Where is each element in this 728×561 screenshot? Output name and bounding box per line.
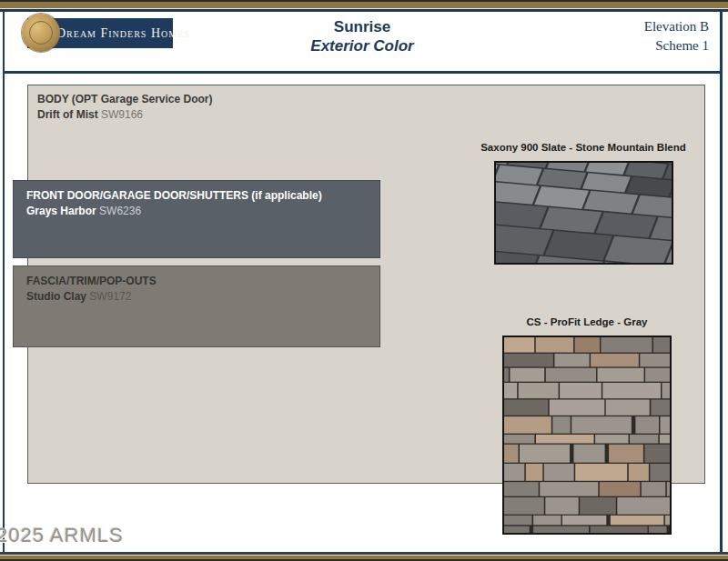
left-border — [3, 11, 5, 552]
armls-watermark: 2025 ARMLS — [0, 524, 124, 547]
wax-seal-icon — [22, 14, 60, 52]
swatch-color-line: Grays Harbor SW6236 — [26, 204, 367, 219]
swatch-color-line: Studio Clay SW9172 — [26, 289, 367, 305]
swatch-title: FASCIA/TRIM/POP-OUTS — [26, 274, 367, 289]
swatch-color-line: Drift of Mist SW9166 — [37, 107, 695, 123]
stone-ledger-texture — [504, 337, 670, 533]
exterior-color-sheet: Dream Finders Homes Sunrise Exterior Col… — [0, 0, 728, 561]
page-subtitle: Exterior Color — [232, 36, 492, 55]
front-door-color-swatch: FRONT DOOR/GARAGE DOOR/SHUTTERS (if appl… — [13, 180, 380, 258]
swatch-color-code: SW9172 — [89, 290, 131, 303]
title-block: Sunrise Exterior Color — [232, 17, 492, 55]
fascia-trim-color-swatch: FASCIA/TRIM/POP-OUTS Studio Clay SW9172 — [13, 265, 380, 347]
roof-shingle-photo — [494, 161, 673, 265]
swatch-title: FRONT DOOR/GARAGE DOOR/SHUTTERS (if appl… — [26, 188, 367, 204]
swatch-color-code: SW9166 — [101, 108, 143, 121]
header-divider — [5, 71, 720, 74]
swatch-color-name: Grays Harbor — [26, 205, 96, 217]
dream-finders-homes-logo: Dream Finders Homes — [27, 18, 173, 48]
elevation-label: Elevation B — [644, 17, 709, 36]
sheet-header: Dream Finders Homes Sunrise Exterior Col… — [5, 12, 720, 71]
elevation-block: Elevation B Scheme 1 — [644, 17, 709, 55]
swatch-color-name: Studio Clay — [26, 290, 86, 303]
roof-shingle-texture — [496, 163, 672, 263]
right-border — [720, 11, 723, 552]
page-title: Sunrise — [232, 17, 492, 36]
stone-ledger-photo — [502, 336, 672, 535]
swatch-color-code: SW6236 — [99, 205, 141, 217]
logo-label: Dream Finders Homes — [56, 26, 190, 41]
roof-material-label: Saxony 900 Slate - Stone Mountain Blend — [470, 142, 697, 153]
bottom-border — [0, 552, 728, 561]
swatch-title: BODY (OPT Garage Service Door) — [37, 92, 695, 107]
stone-material-label: CS - ProFit Ledge - Gray — [473, 316, 701, 327]
top-border — [0, 0, 728, 12]
scheme-label: Scheme 1 — [644, 36, 709, 55]
swatch-color-name: Drift of Mist — [37, 108, 98, 121]
